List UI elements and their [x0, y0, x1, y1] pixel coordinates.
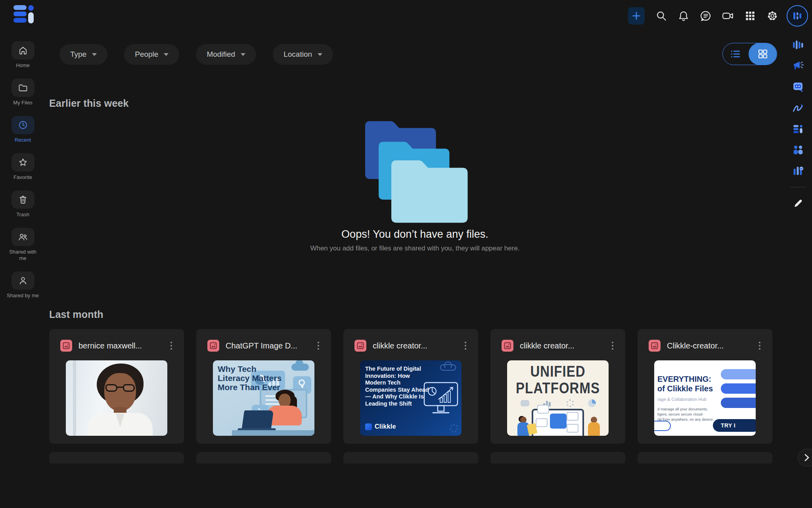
- more-options-button[interactable]: [462, 341, 469, 350]
- filter-chip-location[interactable]: Location: [273, 44, 333, 65]
- image-file-icon: [649, 340, 661, 352]
- projects-app-icon[interactable]: [792, 165, 804, 177]
- card-header: clikkle creator...: [343, 329, 478, 352]
- account-avatar[interactable]: [787, 5, 808, 27]
- section-title-earlier-this-week: Earlier this week: [49, 98, 784, 109]
- image-file-icon: [60, 340, 72, 352]
- sidebar-label: Trash: [16, 212, 29, 218]
- gear-icon: [766, 10, 778, 22]
- image-file-icon: [354, 340, 366, 352]
- new-button[interactable]: [628, 7, 645, 25]
- more-options-button[interactable]: [609, 341, 617, 350]
- sidebar-item-recent[interactable]: Recent: [11, 116, 34, 143]
- left-sidebar: Home My Files Recent Favorite Trash: [0, 32, 46, 309]
- chevron-right-icon: [802, 453, 811, 462]
- empty-state: Oops! You don’t have any files. When you…: [46, 117, 784, 252]
- file-card[interactable]: ChatGPT Image D... Why Tech Literacy Mat…: [196, 329, 331, 444]
- file-card[interactable]: clikkle creator... UNIFIEDPLATFORMS: [490, 329, 625, 444]
- campaigns-app-icon[interactable]: [792, 60, 804, 72]
- sidebar-item-shared-with-me[interactable]: Shared with me: [5, 228, 41, 262]
- star-icon: [11, 153, 34, 171]
- chevron-down-icon: [318, 53, 322, 56]
- pie-mini-icon: [588, 399, 596, 407]
- filter-chip-type[interactable]: Type: [59, 44, 107, 65]
- chevron-down-icon: [241, 53, 245, 56]
- edit-pencil-icon[interactable]: [792, 197, 804, 209]
- more-options-button[interactable]: [314, 341, 322, 350]
- apps-grid-icon: [744, 10, 756, 22]
- thumbnail-body: d manage all your documents, ligent, sec…: [657, 406, 714, 422]
- list-view-icon: [730, 49, 742, 59]
- sidebar-item-shared-by-me[interactable]: Shared by me: [7, 271, 39, 299]
- chip-label: Location: [283, 50, 312, 59]
- sidebar-label: Shared with me: [5, 249, 41, 262]
- scroll-next-button[interactable]: [798, 449, 812, 466]
- card-stub[interactable]: [196, 452, 331, 464]
- clikkle-brand: Clikkle: [365, 423, 396, 430]
- home-icon: [11, 41, 34, 60]
- search-button[interactable]: [653, 8, 669, 24]
- file-thumbnail-digital-innovation: The Future of Digital Innovation: How Mo…: [360, 360, 462, 436]
- sidebar-label: Recent: [15, 137, 31, 143]
- card-stub[interactable]: [343, 452, 478, 464]
- section-title-last-month: Last month: [49, 309, 784, 320]
- clock-icon: [11, 116, 34, 134]
- partners-app-icon[interactable]: [792, 144, 804, 156]
- sidebar-item-trash[interactable]: Trash: [11, 190, 34, 218]
- list-view-button[interactable]: [723, 43, 749, 65]
- sidebar-label: My Files: [13, 100, 32, 106]
- clikkle-logo[interactable]: [13, 5, 35, 24]
- card-stub[interactable]: [490, 452, 625, 464]
- sidebar-item-home[interactable]: Home: [11, 41, 34, 69]
- card-stub[interactable]: [49, 452, 184, 464]
- sidebar-item-my-files[interactable]: My Files: [11, 79, 34, 106]
- file-title: Clikkle-creator...: [667, 341, 756, 350]
- notifications-button[interactable]: [676, 8, 691, 24]
- card-header: ChatGPT Image D...: [196, 329, 331, 352]
- sidebar-label: Shared by me: [7, 292, 39, 299]
- portrait-face: [104, 373, 136, 411]
- sidebar-label: Favorite: [13, 174, 32, 181]
- file-card[interactable]: clikkle creator... The Future of Digita: [343, 329, 478, 444]
- thumbnail-subheading: rage & Collaboration Hub: [657, 397, 707, 402]
- filter-bar: Type People Modified Location: [59, 44, 784, 65]
- sidebar-label: Home: [16, 62, 30, 69]
- try-button: TRY I: [713, 419, 756, 432]
- chevron-down-icon: [92, 53, 97, 56]
- more-options-button[interactable]: [756, 341, 764, 350]
- filter-chip-modified[interactable]: Modified: [196, 44, 256, 65]
- file-title: clikkle creator...: [520, 341, 609, 350]
- file-thumbnail-tech-literacy: Why Tech Literacy Matters More Than Ever: [213, 360, 314, 436]
- more-options-button[interactable]: [167, 341, 175, 350]
- clikkle-brand-mark: [365, 423, 372, 430]
- settings-button[interactable]: [764, 8, 780, 24]
- file-thumbnail-portrait: [66, 360, 167, 436]
- card-header: clikkle creator...: [490, 329, 625, 352]
- file-cards-row: bernice maxwell...: [49, 329, 784, 444]
- trash-icon: [11, 190, 34, 209]
- portrait-glasses: [105, 384, 135, 392]
- people-icon: [11, 228, 34, 246]
- image-file-icon: [502, 340, 513, 352]
- meet-button[interactable]: [720, 8, 736, 24]
- files-app-icon[interactable]: [792, 123, 804, 135]
- file-card[interactable]: Clikkle-creator... EVERYTHING: of Clikkl…: [638, 329, 772, 444]
- card-header: bernice maxwell...: [49, 329, 184, 352]
- file-card[interactable]: bernice maxwell...: [49, 329, 184, 444]
- filter-chip-people[interactable]: People: [124, 44, 179, 65]
- e-sign-app-icon[interactable]: [792, 102, 804, 114]
- file-title: bernice maxwell...: [79, 341, 167, 350]
- card-stub[interactable]: [638, 452, 772, 464]
- main-content: Type People Modified Location: [46, 32, 784, 508]
- chat-bot-app-icon[interactable]: [792, 81, 804, 93]
- chip-label: Modified: [207, 50, 235, 59]
- apps-button[interactable]: [742, 8, 758, 24]
- flowchart-center-node: [550, 414, 567, 429]
- grid-view-button[interactable]: [749, 43, 777, 65]
- analytics-app-icon[interactable]: [792, 39, 804, 51]
- logo-bar-2: [13, 12, 27, 16]
- search-icon: [655, 10, 667, 22]
- logo-bars: [13, 5, 27, 24]
- chat-button[interactable]: [698, 8, 714, 24]
- sidebar-item-favorite[interactable]: Favorite: [11, 153, 34, 181]
